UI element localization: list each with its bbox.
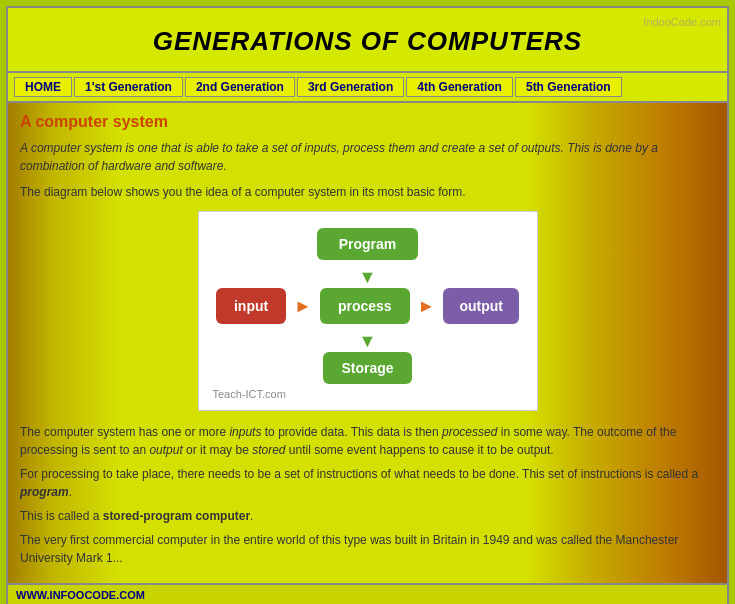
nav-gen5[interactable]: 5th Generation (515, 77, 622, 97)
output-box: output (443, 288, 519, 324)
diagram-middle-row: input ► process ► output (216, 288, 519, 324)
section-title: A computer system (20, 113, 715, 131)
diagram-bottom-row: Storage (323, 352, 411, 384)
nav-home[interactable]: HOME (14, 77, 72, 97)
body-text-3: This is called a stored-program computer… (20, 507, 715, 525)
nav-gen2[interactable]: 2nd Generation (185, 77, 295, 97)
process-box: process (320, 288, 410, 324)
page-title: GENERATIONS OF COMPUTERS (18, 26, 717, 57)
down-arrow-icon: ▼ (359, 268, 377, 286)
down-arrow-storage-icon: ▼ (359, 332, 377, 350)
main-content: A computer system A computer system is o… (8, 103, 727, 583)
arrow-input-icon: ► (294, 296, 312, 317)
nav-gen1[interactable]: 1'st Generation (74, 77, 183, 97)
arrow-program-to-process: ▼ (359, 268, 377, 286)
page-footer: WWW.INFOOCODE.COM (8, 583, 727, 604)
arrow-process-to-storage: ▼ (359, 332, 377, 350)
nav-gen3[interactable]: 3rd Generation (297, 77, 404, 97)
program-box: Program (317, 228, 419, 260)
diagram-top-row: Program (317, 228, 419, 260)
footer-text: WWW.INFOOCODE.COM (16, 589, 145, 601)
body-text-1: The computer system has one or more inpu… (20, 423, 715, 459)
navigation-bar: HOME 1'st Generation 2nd Generation 3rd … (8, 73, 727, 103)
nav-gen4[interactable]: 4th Generation (406, 77, 513, 97)
page-header: GENERATIONS OF COMPUTERS (8, 8, 727, 73)
diagram-caption: The diagram below shows you the idea of … (20, 183, 715, 201)
arrow-process-icon: ► (418, 296, 436, 317)
input-box: input (216, 288, 286, 324)
intro-text: A computer system is one that is able to… (20, 139, 715, 175)
watermark: IndooCode.com (643, 16, 721, 28)
page-wrapper: GENERATIONS OF COMPUTERS HOME 1'st Gener… (6, 6, 729, 604)
diagram-container: Program ▼ input ► process ► output (198, 211, 538, 411)
body-text-2: For processing to take place, there need… (20, 465, 715, 501)
content-area: A computer system A computer system is o… (8, 103, 727, 583)
body-text-4: The very first commercial computer in th… (20, 531, 715, 567)
diagram-watermark: Teach-ICT.com (209, 388, 527, 400)
storage-box: Storage (323, 352, 411, 384)
